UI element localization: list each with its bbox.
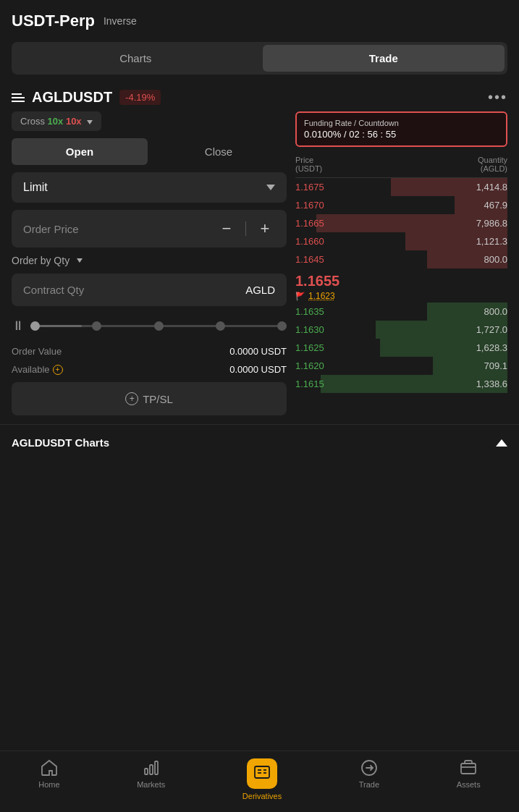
order-type-label: Limit: [23, 181, 48, 194]
open-close-row: Open Close: [12, 138, 287, 165]
svg-rect-3: [255, 766, 269, 778]
menu-line-3: [12, 101, 25, 102]
nav-markets[interactable]: Markets: [137, 758, 165, 800]
nav-assets-label: Assets: [457, 780, 481, 789]
funding-rate-value: 0.0100% / 02 : 56 : 55: [304, 129, 499, 140]
funding-rate-title: Funding Rate / Countdown: [304, 119, 499, 127]
price-divider: [245, 221, 246, 236]
markets-icon: [142, 758, 161, 777]
home-icon: [40, 758, 59, 777]
bid-row-4[interactable]: 1.1615 1,338.6: [295, 375, 507, 393]
slider-dot-50[interactable]: [154, 321, 164, 331]
leverage-badge[interactable]: Cross 10x 10x: [12, 111, 101, 131]
tab-charts[interactable]: Charts: [14, 45, 257, 72]
svg-rect-0: [145, 769, 148, 774]
menu-line-2: [12, 97, 25, 98]
ask-row-1[interactable]: 1.1670 467.9: [295, 196, 507, 214]
slider-dot-25[interactable]: [92, 321, 101, 331]
header-badge: Inverse: [104, 15, 137, 27]
ask-row-3[interactable]: 1.1660 1,121.3: [295, 232, 507, 250]
slider-track: [30, 325, 287, 327]
more-options-icon[interactable]: •••: [488, 89, 507, 106]
nav-markets-label: Markets: [137, 780, 165, 789]
left-panel: Cross 10x 10x Open Close Limit Order Pri…: [12, 111, 287, 415]
price-decrease-button[interactable]: −: [216, 219, 237, 239]
mark-price-row: 🚩 1.1623: [295, 291, 507, 301]
slider-dot-0[interactable]: [30, 321, 40, 331]
order-qty-row: Order by Qty: [12, 255, 287, 266]
current-price-row: 1.1655 🚩 1.1623: [295, 268, 507, 303]
nav-trade-label: Trade: [359, 780, 379, 789]
slider-dot-75[interactable]: [216, 321, 225, 331]
order-qty-chevron: [77, 258, 83, 263]
available-label-text: Available: [12, 364, 50, 375]
leverage-row: Cross 10x 10x: [12, 111, 287, 131]
available-label-group: Available +: [12, 364, 63, 375]
nav-derivatives[interactable]: Derivatives: [242, 758, 282, 800]
ask-row-2[interactable]: 1.1665 7,986.8: [295, 214, 507, 232]
right-panel: Funding Rate / Countdown 0.0100% / 02 : …: [295, 111, 507, 415]
order-value-label: Order Value: [12, 346, 62, 357]
nav-trade[interactable]: Trade: [359, 758, 379, 800]
symbol-left: AGLDUSDT -4.19%: [12, 89, 161, 106]
tab-bar: Charts Trade: [12, 42, 507, 75]
dropdown-arrow-icon: [266, 185, 275, 190]
svg-rect-1: [150, 765, 153, 774]
orderbook-header: Price (USDT) Quantity (AGLD): [295, 153, 507, 178]
order-type-dropdown[interactable]: Limit: [12, 172, 287, 203]
bid-row-0[interactable]: 1.1635 800.0: [295, 303, 507, 321]
svg-rect-2: [155, 761, 158, 774]
assets-icon: [459, 758, 478, 777]
nav-home-label: Home: [38, 780, 59, 789]
contract-qty-field[interactable]: Contract Qty AGLD: [12, 274, 287, 306]
menu-icon[interactable]: [12, 93, 25, 102]
bid-row-1[interactable]: 1.1630 1,727.0: [295, 321, 507, 339]
price-controls: − +: [216, 219, 275, 239]
derivatives-icon: [253, 763, 271, 782]
leverage-val2: 10x: [66, 116, 82, 127]
ask-row-0[interactable]: 1.1675 1,414.8: [295, 178, 507, 196]
order-price-field[interactable]: Order Price − +: [12, 210, 287, 248]
tpsl-button[interactable]: + TP/SL: [12, 382, 287, 415]
flag-icon: 🚩: [295, 292, 305, 301]
slider-pause-icon: ⏸: [12, 318, 25, 334]
nav-home[interactable]: Home: [38, 758, 59, 800]
slider-dots: [30, 321, 287, 331]
svg-rect-9: [461, 764, 476, 774]
derivatives-bg: [247, 758, 277, 789]
available-row: Available + 0.0000 USDT: [12, 364, 287, 375]
current-price: 1.1655: [295, 273, 507, 289]
asks-container: 1.1675 1,414.8 1.1670 467.9 1.1665 7,986…: [295, 178, 507, 268]
header: USDT-Perp Inverse: [0, 0, 519, 36]
ask-row-4[interactable]: 1.1645 800.0: [295, 250, 507, 268]
ob-price-header: Price (USDT): [295, 156, 322, 173]
charts-section[interactable]: AGLDUSDT Charts: [0, 424, 519, 460]
trade-icon: [360, 758, 379, 777]
quantity-slider[interactable]: ⏸: [12, 313, 287, 339]
leverage-type: Cross: [20, 116, 45, 127]
order-qty-label: Order by Qty: [12, 255, 69, 266]
bid-row-2[interactable]: 1.1625 1,628.3: [295, 339, 507, 357]
trading-area: Cross 10x 10x Open Close Limit Order Pri…: [0, 111, 519, 415]
contract-qty-label: Contract Qty: [23, 284, 84, 296]
ob-qty-header: Quantity (AGLD): [478, 156, 507, 173]
bid-row-3[interactable]: 1.1620 709.1: [295, 357, 507, 375]
available-plus-icon[interactable]: +: [53, 365, 63, 375]
order-price-label: Order Price: [23, 223, 79, 235]
charts-chevron-up-icon: [496, 439, 507, 447]
symbol-name[interactable]: AGLDUSDT: [32, 89, 112, 106]
nav-assets[interactable]: Assets: [457, 758, 481, 800]
bottom-nav: Home Markets Derivatives Trade: [0, 750, 519, 812]
contract-qty-unit: AGLD: [245, 284, 275, 296]
tab-trade[interactable]: Trade: [263, 45, 505, 72]
leverage-val1: 10x: [48, 116, 64, 127]
order-info-row: Order Value 0.0000 USDT: [12, 346, 287, 357]
slider-dot-100[interactable]: [277, 321, 287, 331]
close-button[interactable]: Close: [151, 138, 287, 165]
open-button[interactable]: Open: [12, 138, 148, 165]
tpsl-plus-icon: +: [125, 392, 138, 405]
leverage-chevron: [87, 120, 93, 124]
header-title: USDT-Perp: [12, 12, 95, 30]
price-increase-button[interactable]: +: [255, 219, 275, 239]
available-value: 0.0000 USDT: [229, 364, 287, 375]
